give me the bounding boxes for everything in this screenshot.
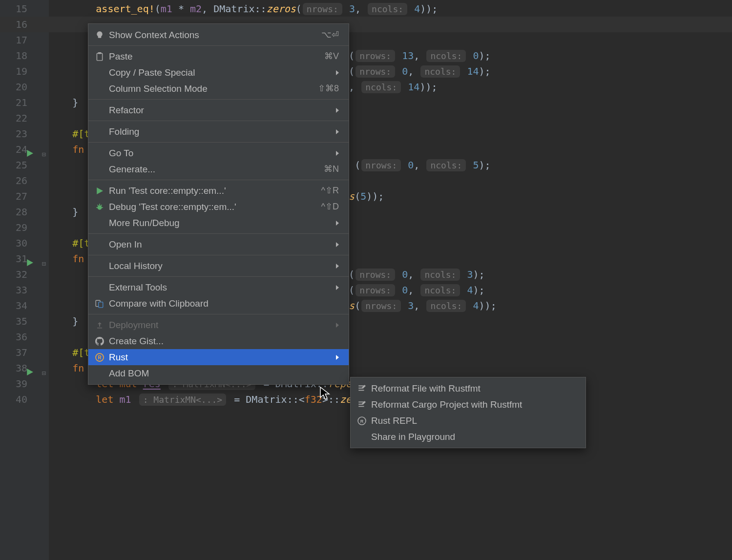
menu-deployment: Deployment <box>88 317 349 333</box>
line-number: 33 <box>0 282 49 298</box>
menu-goto[interactable]: Go To <box>88 145 349 161</box>
menu-copy-paste-special[interactable]: Copy / Paste Special <box>88 64 349 81</box>
svg-line-11 <box>101 205 102 206</box>
chevron-right-icon <box>336 151 339 156</box>
svg-text:R: R <box>98 355 102 360</box>
menu-more-run-debug[interactable]: More Run/Debug <box>88 215 349 231</box>
gutter: 15 16 17 18 19 20 21 22 23 24 ⊟ 25 26 27… <box>0 0 49 560</box>
menu-separator <box>88 180 349 180</box>
line-number: 31 ⊟ <box>0 251 49 267</box>
line-number: 28 <box>0 204 49 220</box>
menu-separator <box>88 314 349 314</box>
line-number: 29 <box>0 220 49 235</box>
menu-open-in[interactable]: Open In <box>88 236 349 252</box>
svg-text:R: R <box>360 419 364 424</box>
line-number: 19 <box>0 63 49 79</box>
reformat-icon <box>356 383 367 394</box>
line-number: 39 <box>0 376 49 392</box>
line-number: 24 ⊟ <box>0 142 49 157</box>
chevron-right-icon <box>336 355 339 360</box>
svg-marker-5 <box>97 187 103 194</box>
rust-submenu: Reformat File with Rustfmt Reformat Carg… <box>350 377 586 448</box>
svg-marker-2 <box>27 369 33 375</box>
line-number: 30 <box>0 235 49 251</box>
submenu-reformat-file[interactable]: Reformat File with Rustfmt <box>351 380 586 396</box>
svg-marker-1 <box>27 259 33 266</box>
chevron-right-icon <box>336 129 339 134</box>
line-number: 21 <box>0 95 49 110</box>
line-number: 37 <box>0 345 49 360</box>
chevron-right-icon <box>336 285 339 290</box>
svg-rect-4 <box>98 52 102 54</box>
line-number: 27 <box>0 188 49 204</box>
rust-icon: R <box>94 352 105 363</box>
svg-rect-13 <box>99 302 103 307</box>
context-menu: Show Context Actions⌥⏎ Paste⌘V Copy / Pa… <box>88 23 349 385</box>
run-icon <box>94 186 105 196</box>
line-number: 16 <box>0 17 49 32</box>
chevron-right-icon <box>336 221 339 226</box>
svg-line-10 <box>98 205 99 206</box>
menu-separator <box>88 121 349 121</box>
svg-rect-3 <box>97 53 102 61</box>
chevron-right-icon <box>336 323 339 328</box>
menu-debug-test[interactable]: Debug 'Test core::empty::em...'^⇧D <box>88 199 349 215</box>
line-number: 18 <box>0 48 49 63</box>
svg-marker-0 <box>27 150 33 157</box>
line-number: 23 <box>0 126 49 142</box>
line-number: 40 <box>0 392 49 407</box>
menu-external-tools[interactable]: External Tools <box>88 279 349 295</box>
menu-generate[interactable]: Generate...⌘N <box>88 161 349 177</box>
submenu-rust-repl[interactable]: R Rust REPL <box>351 413 586 429</box>
github-icon <box>94 336 105 347</box>
debug-icon <box>94 202 105 212</box>
reformat-icon <box>356 399 367 410</box>
submenu-share-playground[interactable]: Share in Playground <box>351 429 586 445</box>
menu-show-context-actions[interactable]: Show Context Actions⌥⏎ <box>88 27 349 43</box>
menu-column-selection[interactable]: Column Selection Mode⇧⌘8 <box>88 81 349 97</box>
line-number: 25 <box>0 157 49 173</box>
svg-rect-14 <box>97 328 102 329</box>
clipboard-icon <box>94 51 105 62</box>
menu-local-history[interactable]: Local History <box>88 258 349 274</box>
line-number: 17 <box>0 32 49 48</box>
menu-separator <box>88 142 349 143</box>
line-number: 38 ⊟ <box>0 360 49 376</box>
menu-separator <box>88 276 349 277</box>
line-number: 32 <box>0 267 49 282</box>
upload-icon <box>94 320 105 331</box>
line-number: 35 <box>0 313 49 329</box>
chevron-right-icon <box>336 242 339 247</box>
menu-rust[interactable]: R Rust <box>88 349 349 365</box>
chevron-right-icon <box>336 70 339 75</box>
line-number: 20 <box>0 79 49 95</box>
submenu-reformat-project[interactable]: Reformat Cargo Project with Rustfmt <box>351 396 586 413</box>
line-number: 26 <box>0 173 49 188</box>
menu-paste[interactable]: Paste⌘V <box>88 48 349 64</box>
menu-run-test[interactable]: Run 'Test core::empty::em...'^⇧R <box>88 183 349 199</box>
menu-folding[interactable]: Folding <box>88 124 349 140</box>
compare-clipboard-icon <box>94 298 105 309</box>
rust-repl-icon: R <box>356 415 367 426</box>
menu-refactor[interactable]: Refactor <box>88 102 349 118</box>
menu-add-bom[interactable]: Add BOM <box>88 365 349 381</box>
menu-separator <box>88 99 349 100</box>
menu-compare-clipboard[interactable]: Compare with Clipboard <box>88 295 349 311</box>
menu-separator <box>88 255 349 255</box>
chevron-right-icon <box>336 108 339 113</box>
menu-separator <box>88 233 349 234</box>
menu-create-gist[interactable]: Create Gist... <box>88 333 349 349</box>
line-number: 15 <box>0 1 49 17</box>
chevron-right-icon <box>336 264 339 269</box>
line-number: 34 <box>0 298 49 313</box>
lightbulb-icon <box>94 30 105 41</box>
code-line[interactable]: assert_eq!(m1 * m2, DMatrix::zeros(nrows… <box>49 1 732 17</box>
line-number: 36 <box>0 329 49 345</box>
line-number: 22 <box>0 110 49 126</box>
menu-separator <box>88 45 349 46</box>
